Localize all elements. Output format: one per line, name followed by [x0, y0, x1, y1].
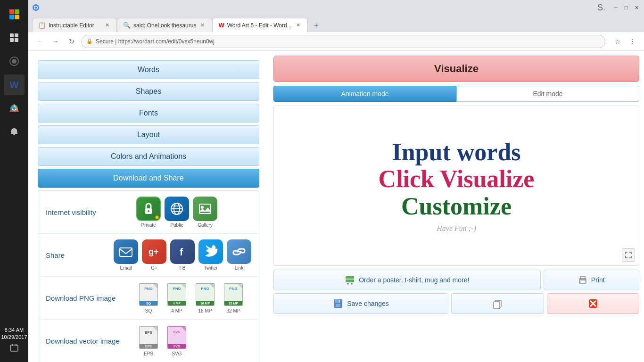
close-button[interactable]: ✕ — [633, 4, 640, 11]
title-bar: S. ─ □ ✕ — [28, 0, 644, 15]
svg-rect-2 — [9, 15, 14, 19]
download-png-row: Download PNG image PNG SQ SQ — [38, 277, 259, 320]
eps-label: EPS — [144, 351, 153, 356]
svg-point-28 — [201, 206, 204, 209]
svg-rect-4 — [10, 33, 14, 37]
link-label: Link — [235, 265, 243, 271]
profile-icon[interactable]: S. — [597, 3, 605, 13]
twitter-share[interactable]: Twitter — [198, 239, 223, 271]
public-option[interactable]: Public — [165, 197, 189, 228]
svg-rect-5 — [15, 33, 18, 37]
preview-tagline: Have Fun ;-) — [437, 224, 476, 233]
menu-button[interactable]: ⋮ — [626, 35, 639, 48]
visualize-button[interactable]: Visualize — [273, 56, 639, 82]
svg-rect-7 — [15, 38, 18, 42]
words-button[interactable]: Words — [38, 60, 259, 79]
notification-button[interactable] — [4, 122, 25, 142]
tab-instructable-close[interactable]: ✕ — [104, 22, 111, 29]
back-button[interactable]: ← — [33, 35, 46, 48]
svg-rect-38 — [580, 280, 585, 283]
chrome-taskbar-item[interactable] — [4, 98, 25, 119]
word-taskbar-item[interactable]: W — [4, 74, 25, 95]
gplus-share[interactable]: g+ G+ — [142, 239, 166, 271]
copy-button[interactable] — [451, 293, 544, 314]
reload-button[interactable]: ↻ — [65, 35, 78, 48]
bookmark-button[interactable]: ☆ — [611, 35, 624, 48]
print-icon — [578, 275, 587, 285]
svg-point-21 — [148, 210, 149, 212]
start-button[interactable] — [4, 4, 25, 25]
vector-options: EPS EPS EPS SVG — [136, 325, 189, 356]
svg-text:f: f — [180, 246, 183, 258]
fb-label: FB — [180, 265, 186, 271]
animation-mode-tab[interactable]: Animation mode — [273, 86, 456, 102]
tab-instructable-icon: 📋 — [38, 22, 46, 29]
svg-rect-29 — [120, 248, 132, 256]
delete-button[interactable] — [547, 293, 640, 314]
png-options: PNG SQ SQ PNG — [136, 282, 246, 313]
svg-rect-3 — [15, 15, 19, 19]
layout-button[interactable]: Layout — [38, 125, 259, 144]
twitter-label: Twitter — [204, 265, 217, 271]
download-png-label: Download PNG image — [46, 294, 131, 302]
gallery-option[interactable]: Gallery — [193, 197, 217, 228]
png-32mp-label: 32 MP — [227, 308, 240, 313]
download-vector-row: Download vector image EPS EPS — [38, 320, 259, 362]
svg-rect-14 — [10, 345, 18, 351]
png-4mp-download[interactable]: PNG 4 MP 4 MP — [165, 282, 189, 313]
png-16mp-download[interactable]: PNG 16 MP 16 MP — [193, 282, 217, 313]
minimize-button[interactable]: ─ — [612, 4, 619, 11]
shopping-cart-icon — [345, 275, 355, 285]
download-vector-label: Download vector image — [46, 337, 131, 345]
png-16mp-label: 16 MP — [198, 308, 212, 313]
order-button[interactable]: Order a poster, t-shirt, mug and more! — [273, 270, 541, 290]
png-32mp-download[interactable]: PNG 32 MP 32 MP — [221, 282, 246, 313]
svg-download[interactable]: SVG SVG SVG — [165, 325, 189, 356]
svg-rect-6 — [10, 38, 14, 42]
link-share[interactable]: Link — [227, 239, 251, 271]
share-row: Share Email — [38, 234, 259, 277]
forward-button[interactable]: → — [49, 35, 62, 48]
shapes-button[interactable]: Shapes — [38, 82, 259, 101]
task-view-button[interactable] — [4, 27, 25, 48]
png-4mp-label: 4 MP — [171, 308, 182, 313]
tab-instructable-title: Instructable Editor — [49, 22, 101, 29]
cortana-button[interactable] — [4, 51, 25, 72]
taskbar-clock: 8:34 AM 10/29/2017 — [1, 327, 27, 358]
gplus-label: G+ — [151, 265, 157, 271]
maximize-button[interactable]: □ — [622, 4, 630, 11]
fonts-button[interactable]: Fonts — [38, 104, 259, 123]
visibility-options: Private — [136, 197, 217, 228]
download-share-button[interactable]: Download and Share — [38, 169, 259, 188]
private-label: Private — [141, 222, 156, 228]
svg-text:g+: g+ — [149, 247, 159, 256]
tab-wordart[interactable]: W Word Art 5 - Edit - Word... ✕ — [212, 18, 307, 32]
private-option[interactable]: Private — [136, 197, 161, 228]
share-options: Email g+ G+ — [114, 239, 251, 271]
address-bar[interactable]: 🔒 Secure | https://wordart.com/edit/0vsx… — [81, 35, 605, 48]
email-share[interactable]: Email — [114, 239, 138, 271]
internet-visibility-label: Internet visibility — [46, 208, 131, 216]
fb-share[interactable]: f FB — [170, 239, 195, 271]
tab-wordart-close[interactable]: ✕ — [295, 22, 302, 29]
left-panel: Words Shapes Fonts Layout Colors and Ani… — [28, 51, 269, 362]
tab-onelook-close[interactable]: ✕ — [199, 22, 206, 29]
tab-onelook[interactable]: 🔍 said: OneLook thesaurus ✕ — [117, 18, 212, 32]
tab-onelook-icon: 🔍 — [123, 22, 131, 29]
svg-rect-44 — [339, 300, 340, 303]
preview-area: Input words Click Visualize Customize Ha… — [273, 106, 639, 266]
colors-button[interactable]: Colors and Animations — [38, 147, 259, 166]
fullscreen-button[interactable] — [622, 248, 635, 262]
save-changes-button[interactable]: Save changes — [273, 293, 448, 314]
edit-mode-tab[interactable]: Edit mode — [456, 86, 639, 102]
gallery-label: Gallery — [198, 222, 213, 228]
print-button[interactable]: Print — [544, 270, 640, 290]
eps-download[interactable]: EPS EPS EPS — [136, 325, 161, 356]
tab-wordart-icon: W — [218, 22, 224, 29]
png-sq-download[interactable]: PNG SQ SQ — [136, 282, 161, 313]
tab-instructable[interactable]: 📋 Instructable Editor ✕ — [32, 18, 117, 32]
new-tab-button[interactable]: + — [310, 19, 323, 32]
svg-rect-43 — [336, 304, 340, 307]
svg-rect-46 — [494, 302, 500, 309]
email-label: Email — [120, 265, 132, 271]
